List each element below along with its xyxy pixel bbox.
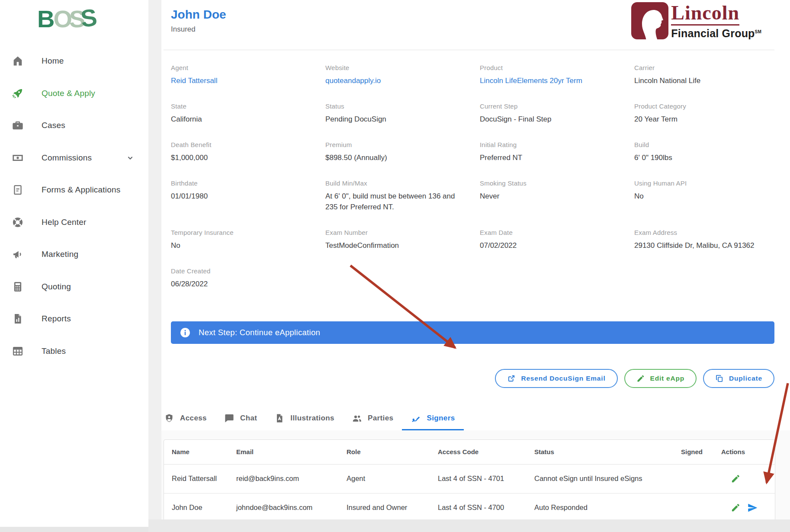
detail-field-exam-number: Exam NumberTestModeConfirmation (325, 229, 480, 251)
sidebar-item-cases[interactable]: Cases (0, 109, 148, 142)
column-header-status: Status (534, 440, 681, 464)
sidebar-item-label: Quoting (42, 282, 71, 292)
column-header-email: Email (236, 440, 347, 464)
detail-field-date-created: Date Created06/28/2022 (171, 267, 325, 289)
copy-icon (715, 374, 724, 383)
detail-field-status: StatusPending DocuSign (325, 103, 480, 125)
boss-logo-letter: O (53, 5, 71, 32)
detail-field-product: ProductLincoln LifeElements 20yr Term (480, 64, 634, 86)
sidebar-item-label: Help Center (42, 218, 87, 227)
lincoln-portrait-icon (631, 2, 668, 39)
signer-name-link[interactable]: Reid Tattersall (164, 464, 236, 493)
sidebar-item-marketing[interactable]: Marketing (0, 238, 148, 271)
agent-link[interactable]: Reid Tattersall (171, 75, 314, 86)
help-icon (12, 216, 24, 228)
brand-name: Lincoln (671, 3, 739, 26)
brand-line2: Financial GroupSM (671, 27, 761, 40)
signer-status: Auto Responded (534, 493, 681, 522)
detail-field-agent: AgentReid Tattersall (171, 64, 325, 86)
detail-field-smoking-status: Smoking StatusNever (480, 179, 634, 212)
column-header-role: Role (347, 440, 438, 464)
sidebar-item-commissions[interactable]: Commissions (0, 142, 148, 174)
rocket-icon (12, 87, 24, 99)
tab-signers[interactable]: Signers (402, 407, 463, 430)
signer-status: Cannot eSign until Insured eSigns (534, 464, 681, 493)
sidebar-item-forms-applications[interactable]: Forms & Applications (0, 174, 148, 206)
report-icon (12, 313, 24, 325)
sidebar-item-help-center[interactable]: Help Center (0, 206, 148, 239)
pencil-icon (636, 374, 645, 383)
product-link[interactable]: Lincoln LifeElements 20yr Term (480, 75, 623, 86)
sidebar-item-quoting[interactable]: Quoting (0, 271, 148, 303)
edit-signer-icon[interactable] (731, 503, 741, 513)
next-step-banner: Next Step: Continue eApplication (171, 321, 774, 344)
signer-access-code: Last 4 of SSN - 4701 (438, 464, 534, 493)
duplicate-button[interactable]: Duplicate (703, 369, 774, 388)
service-mark: SM (755, 29, 761, 34)
signer-access-code: Last 4 of SSN - 4700 (438, 493, 534, 522)
column-header-access-code: Access Code (438, 440, 534, 464)
detail-field-build-min-max: Build Min/MaxAt 6' 0", build must be bet… (325, 179, 480, 212)
signer-email: johndoe@back9ins.com (236, 493, 347, 522)
header-divider (164, 50, 774, 50)
sidebar-item-quote-apply[interactable]: Quote & Apply (0, 77, 148, 110)
sidebar-item-label: Cases (42, 121, 65, 130)
signers-table: Name Email Role Access Code Status Signe… (164, 440, 775, 522)
edit-eapp-button[interactable]: Edit eApp (624, 369, 697, 388)
pdf-document-icon (274, 413, 285, 423)
signer-role: Insured and Owner (347, 493, 438, 522)
detail-field-current-step: Current StepDocuSign - Final Step (480, 103, 634, 125)
column-header-actions: Actions (721, 440, 775, 464)
tab-parties[interactable]: Parties (343, 407, 402, 430)
signers-table-card: Name Email Role Access Code Status Signe… (164, 439, 775, 522)
signer-signed (681, 493, 721, 522)
sidebar-gutter (148, 0, 161, 532)
send-icon[interactable] (747, 502, 758, 513)
website-link[interactable]: quoteandapply.io (325, 75, 468, 86)
megaphone-icon (12, 248, 24, 260)
detail-field-exam-date: Exam Date07/02/2022 (480, 229, 634, 251)
money-icon (12, 152, 24, 164)
detail-field-exam-address: Exam Address29130 Cliffside Dr, Malibu, … (634, 229, 774, 251)
sidebar-item-home[interactable]: Home (0, 45, 148, 77)
case-header: John Doe Insured Lincoln Financial Group… (171, 0, 774, 50)
detail-field-product-category: Product Category20 Year Term (634, 103, 774, 125)
sidebar-item-label: Tables (42, 346, 66, 356)
next-step-text: Next Step: Continue eApplication (199, 328, 320, 337)
shield-person-icon (164, 413, 174, 423)
sidebar-bottom-strip (0, 527, 148, 532)
detail-field-premium: Premium$898.50 (Annually) (325, 141, 480, 163)
chevron-down-icon[interactable] (125, 153, 135, 163)
detail-field-state: StateCalifornia (171, 103, 325, 125)
signer-name-link[interactable]: John Doe (164, 493, 236, 522)
main-content: John Doe Insured Lincoln Financial Group… (161, 0, 790, 532)
tab-chat[interactable]: Chat (215, 407, 266, 430)
tab-illustrations[interactable]: Illustrations (266, 407, 343, 430)
sidebar-item-reports[interactable]: Reports (0, 303, 148, 335)
detail-field-carrier: CarrierLincoln National Life (634, 64, 774, 86)
briefcase-icon (12, 119, 24, 131)
case-tabs: Access Chat Illustrations Parties Signer… (155, 407, 774, 430)
detail-field-build: Build6' 0" 190lbs (634, 141, 774, 163)
tab-access[interactable]: Access (155, 407, 215, 430)
sidebar-item-label: Forms & Applications (42, 185, 120, 195)
detail-field-death-benefit: Death Benefit$1,000,000 (171, 141, 325, 163)
signer-actions (721, 493, 775, 522)
column-header-name: Name (164, 440, 236, 464)
table-row: John Doe johndoe@back9ins.com Insured an… (164, 493, 775, 522)
sidebar-item-label: Commissions (42, 153, 92, 163)
sidebar: BOSS Home Quote & Apply Cases Commission… (0, 0, 148, 532)
home-icon (12, 55, 24, 67)
sidebar-item-label: Quote & Apply (42, 89, 95, 98)
detail-field-website: Websitequoteandapply.io (325, 64, 480, 86)
sidebar-item-tables[interactable]: Tables (0, 335, 148, 368)
detail-field-temporary-insurance: Temporary InsuranceNo (171, 229, 325, 251)
signer-role: Agent (347, 464, 438, 493)
resend-docusign-email-button[interactable]: Resend DocuSign Email (495, 369, 617, 388)
detail-field-initial-rating: Initial RatingPreferred NT (480, 141, 634, 163)
edit-signer-icon[interactable] (731, 474, 741, 484)
signers-section: Name Email Role Access Code Status Signe… (161, 430, 790, 532)
boss-logo-letter: B (37, 5, 53, 32)
signer-email: reid@back9ins.com (236, 464, 347, 493)
signature-icon (411, 413, 421, 423)
